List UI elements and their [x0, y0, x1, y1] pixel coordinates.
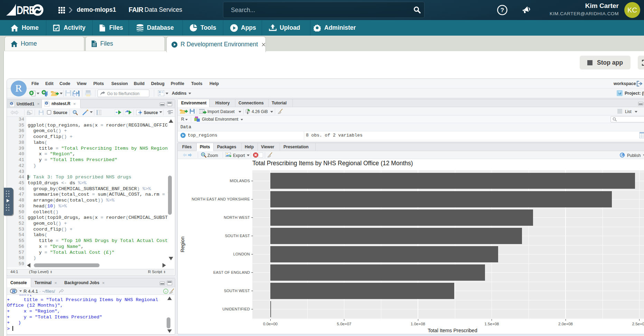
- svg-text:R: R: [12, 289, 16, 294]
- svg-text:∞: ∞: [165, 290, 167, 293]
- svg-text:?: ?: [501, 7, 504, 13]
- svg-text:R: R: [46, 102, 48, 105]
- svg-text:R: R: [11, 102, 13, 105]
